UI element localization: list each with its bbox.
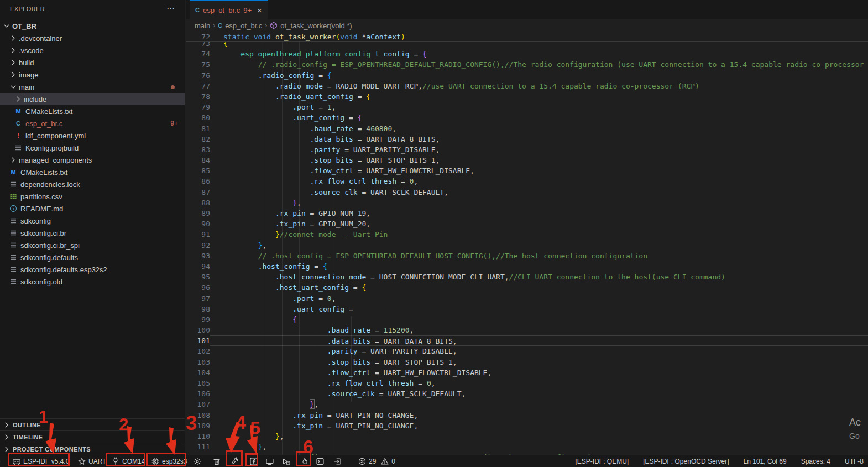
tree-item-dependencies-lock[interactable]: dependencies.lock: [0, 178, 185, 190]
status-espidf-esp-idf-v5-4-0[interactable]: ESP-IDF v5.4.0: [11, 455, 70, 467]
code-line-105[interactable]: 105 .rx_flow_ctrl_thresh = 0,: [186, 378, 868, 388]
status-cursor-position[interactable]: Ln 101, Col 69: [744, 458, 787, 465]
code-line-96[interactable]: 96 .host_uart_config = {: [186, 282, 868, 293]
code-line-86[interactable]: 86 .rx_flow_ctrl_thresh = 0,: [186, 176, 868, 186]
status-remote[interactable]: [0, 455, 5, 467]
status-problems[interactable]: 290: [357, 455, 396, 467]
code-line-93[interactable]: 93 // .host_config = ESP_OPENTHREAD_DEFA…: [186, 251, 868, 261]
debug-icon: [281, 457, 290, 466]
code-line-107[interactable]: 107 },: [186, 399, 868, 409]
tree-item-build[interactable]: build: [0, 56, 185, 69]
code-line-106[interactable]: 106 .source_clk = UART_SCLK_DEFAULT,: [186, 388, 868, 399]
code-line-99[interactable]: 99 {: [186, 314, 868, 325]
code-line-78[interactable]: 78 .radio_uart_config = {: [186, 91, 868, 102]
code-line-75[interactable]: 75 // .radio_config = ESP_OPENTHREAD_DEF…: [186, 59, 868, 70]
code-line-92[interactable]: 92 },: [186, 240, 868, 251]
status-monitor[interactable]: [264, 455, 275, 467]
status-gear[interactable]: [192, 455, 203, 467]
tree-item-main[interactable]: main: [0, 81, 185, 93]
tree-item-cmakelists-txt[interactable]: MCMakeLists.txt: [0, 105, 185, 117]
breadcrumb-symbol[interactable]: ot_task_worker(void *): [280, 22, 352, 30]
code-line-89[interactable]: 89 .rx_pin = GPIO_NUM_19,: [186, 208, 868, 219]
tree-item--vscode[interactable]: .vscode: [0, 44, 185, 56]
code-line-text: .flow_ctrl = UART_HW_FLOWCTRL_DISABLE,: [210, 165, 868, 176]
code-line-91[interactable]: 91 }//connet mode -- Uart Pin: [186, 229, 868, 240]
explorer-more-actions-icon[interactable]: ⋯: [166, 3, 175, 13]
tree-item-readme-md[interactable]: README.md: [0, 203, 185, 215]
tree-item-esp-ot-br-c[interactable]: Cesp_ot_br.c9+: [0, 117, 185, 129]
tree-item-sdkconfig-defaults-esp32s2[interactable]: sdkconfig.defaults.esp32s2: [0, 263, 185, 276]
tree-item-cmakelists-txt[interactable]: MCMakeLists.txt: [0, 166, 185, 178]
status-debug[interactable]: [280, 455, 291, 467]
code-line-80[interactable]: 80 .uart_config = {: [186, 112, 868, 123]
tree-item-label: build: [19, 59, 34, 67]
breadcrumb-file[interactable]: esp_ot_br.c: [225, 22, 262, 30]
code-line-87[interactable]: 87 .source_clk = UART_SCLK_DEFAULT,: [186, 187, 868, 198]
project-components-section-header[interactable]: PROJECT COMPONENTS: [0, 443, 185, 455]
tree-item-sdkconfig-ci-br-spi[interactable]: sdkconfig.ci.br_spi: [0, 239, 185, 251]
code-line-88[interactable]: 88 },: [186, 198, 868, 208]
status-encoding[interactable]: UTF-8: [845, 458, 864, 465]
status-indentation[interactable]: Spaces: 4: [801, 458, 830, 465]
status-plug-com14[interactable]: COM14: [110, 455, 146, 467]
status-flame[interactable]: [299, 455, 310, 467]
code-line-73[interactable]: 73{: [186, 42, 868, 49]
tree-item-managed-components[interactable]: managed_components: [0, 154, 185, 166]
tree-item-idf-component-yml[interactable]: !idf_component.yml: [0, 129, 185, 142]
status-launch[interactable]: [332, 455, 343, 467]
remote-icon: [0, 457, 4, 466]
code-line-101[interactable]: 101 .data_bits = UART_DATA_8_BITS,: [186, 335, 868, 346]
code-line-103[interactable]: 103 .stop_bits = UART_STOP_BITS_1,: [186, 357, 868, 367]
code-line-76[interactable]: 76 .radio_config = {: [186, 70, 868, 81]
status-star-uart[interactable]: UART: [76, 455, 107, 467]
outline-section-header[interactable]: OUTLINE: [0, 418, 185, 430]
tree-item-sdkconfig-old[interactable]: sdkconfig.old: [0, 276, 185, 288]
breadcrumb: main › C esp_ot_br.c › ot_task_worker(vo…: [186, 19, 868, 32]
status-chip-esp32s3[interactable]: esp32s3: [150, 455, 188, 467]
code-line-97[interactable]: 97 .port = 0,: [186, 293, 868, 304]
close-icon[interactable]: ×: [257, 6, 262, 15]
code-line-81[interactable]: 81 .baud_rate = 460800,: [186, 123, 868, 134]
code-line-74[interactable]: 74 esp_openthread_platform_config_t conf…: [186, 49, 868, 59]
code-line-110[interactable]: 110 },: [186, 431, 868, 442]
status-trash[interactable]: [211, 455, 222, 467]
code-line-109[interactable]: 109 .tx_pin = UART_PIN_NO_CHANGE,: [186, 421, 868, 431]
tree-item-partitions-csv[interactable]: partitions.csv: [0, 190, 185, 203]
tree-item-image[interactable]: image: [0, 69, 185, 81]
timeline-section-header[interactable]: TIMELINE: [0, 430, 185, 443]
tree-item-kconfig-projbuild[interactable]: Kconfig.projbuild: [0, 142, 185, 154]
code-line-94[interactable]: 94 .host_config = {: [186, 261, 868, 272]
code-line-82[interactable]: 82 .data_bits = UART_DATA_8_BITS,: [186, 134, 868, 144]
code-line-111[interactable]: 111 },: [186, 442, 868, 452]
code-line-text: .rx_pin = UART_PIN_NO_CHANGE,: [210, 410, 868, 421]
code-line-100[interactable]: 100 .baud_rate = 115200,: [186, 325, 868, 335]
code-line-83[interactable]: 83 .parity = UART_PARITY_DISABLE,: [186, 144, 868, 155]
code-line-90[interactable]: 90 .tx_pin = GPIO_NUM_20,: [186, 219, 868, 229]
code-line-104[interactable]: 104 .flow_ctrl = UART_HW_FLOWCTRL_DISABL…: [186, 367, 868, 378]
tab-esp-ot-br[interactable]: C esp_ot_br.c 9+ ×: [190, 0, 268, 19]
status-espidf-openocd[interactable]: [ESP-IDF: OpenOCD Server]: [643, 458, 729, 465]
code-line-108[interactable]: 108 .rx_pin = UART_PIN_NO_CHANGE,: [186, 410, 868, 421]
code-line-77[interactable]: 77 .radio_mode = RADIO_MODE_UART_RCP,//u…: [186, 81, 868, 91]
tree-item-sdkconfig-defaults[interactable]: sdkconfig.defaults: [0, 251, 185, 263]
code-line-84[interactable]: 84 .stop_bits = UART_STOP_BITS_1,: [186, 155, 868, 165]
code-line-text: .tx_pin = GPIO_NUM_20,: [210, 219, 868, 229]
status-wrench[interactable]: [229, 455, 240, 467]
code-line-102[interactable]: 102 .parity = UART_PARITY_DISABLE,: [186, 346, 868, 356]
tree-item-sdkconfig-ci-br[interactable]: sdkconfig.ci.br: [0, 227, 185, 239]
breadcrumb-folder[interactable]: main: [195, 22, 210, 30]
tree-item-sdkconfig[interactable]: sdkconfig: [0, 215, 185, 227]
code-line-98[interactable]: 98 .uart_config =: [186, 304, 868, 314]
tree-item-include[interactable]: include: [0, 93, 185, 105]
code-line-79[interactable]: 79 .port = 1,: [186, 102, 868, 112]
code-line-95[interactable]: 95 .host_connection_mode = HOST_CONNECTI…: [186, 272, 868, 282]
status-espidf-qemu[interactable]: [ESP-IDF: QEMU]: [576, 458, 629, 465]
code-viewport[interactable]: 73{74 esp_openthread_platform_config_t c…: [186, 42, 868, 455]
status-bolt[interactable]: [248, 455, 259, 467]
chevron-right-icon: [2, 421, 11, 429]
tree-item--devcontainer[interactable]: .devcontainer: [0, 32, 185, 44]
tree-root-ot-br[interactable]: OT_BR: [0, 20, 185, 32]
sticky-scroll-line[interactable]: 72static void ot_task_worker(void *aCont…: [186, 32, 868, 42]
code-line-85[interactable]: 85 .flow_ctrl = UART_HW_FLOWCTRL_DISABLE…: [186, 165, 868, 176]
status-terminal[interactable]: [315, 455, 326, 467]
